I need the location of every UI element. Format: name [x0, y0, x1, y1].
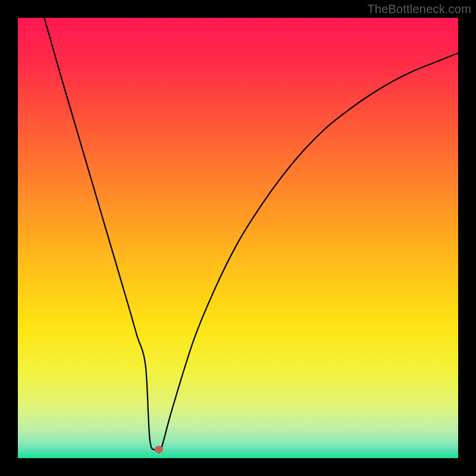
- plot-area: [18, 18, 458, 458]
- chart-background: [18, 18, 458, 458]
- optimal-point-marker: [155, 446, 163, 453]
- watermark-text: TheBottleneck.com: [367, 2, 471, 16]
- chart-frame: TheBottleneck.com: [0, 0, 476, 476]
- chart-svg: [18, 18, 458, 458]
